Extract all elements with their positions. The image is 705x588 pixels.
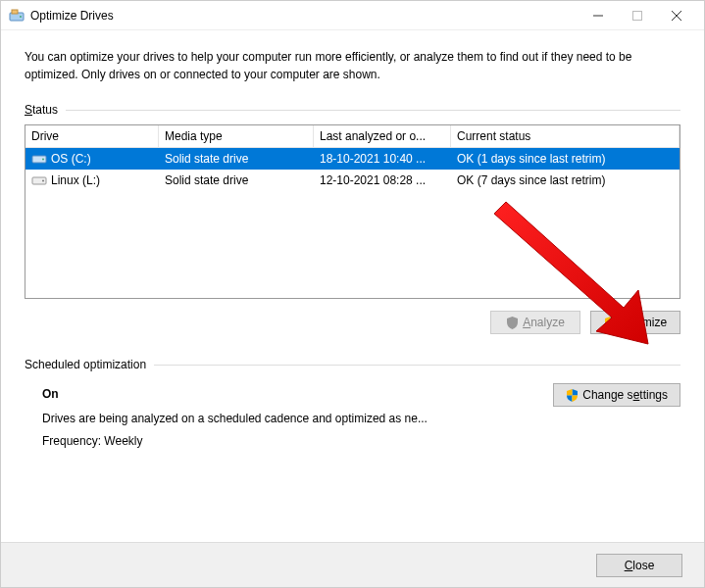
maximize-button[interactable] [618, 2, 657, 29]
minimize-button[interactable] [579, 2, 618, 29]
svg-point-10 [42, 180, 44, 182]
change-settings-label: Change settings [582, 388, 668, 402]
window-title: Optimize Drives [30, 9, 579, 23]
svg-rect-1 [12, 10, 18, 14]
drive-status: OK (7 days since last retrim) [451, 172, 680, 189]
analyze-button: Analyze [490, 311, 580, 334]
schedule-body: On Drives are being analyzed on a schedu… [25, 379, 680, 452]
shield-icon [604, 317, 617, 329]
schedule-info: On Drives are being analyzed on a schedu… [42, 383, 428, 452]
action-buttons: Analyze Optimize [25, 311, 680, 334]
drive-last: 12-10-2021 08:28 ... [314, 172, 451, 189]
status-section-label: Status [25, 103, 680, 117]
drive-name: Linux (L:) [51, 173, 100, 187]
svg-rect-4 [633, 11, 642, 20]
table-row[interactable]: Linux (L:) Solid state drive 12-10-2021 … [25, 170, 680, 191]
description-text: You can optimize your drives to help you… [25, 48, 680, 83]
table-body: OS (C:) Solid state drive 18-10-2021 10:… [25, 148, 680, 191]
drive-last: 18-10-2021 10:40 ... [314, 150, 451, 168]
optimize-drives-window: Optimize Drives You can optimize your dr… [0, 0, 705, 588]
shield-icon [566, 389, 579, 402]
titlebar: Optimize Drives [1, 1, 704, 30]
close-window-button[interactable] [657, 2, 696, 29]
close-button[interactable]: Close [596, 554, 682, 577]
svg-point-8 [42, 159, 44, 161]
drive-icon [31, 174, 47, 186]
bottom-bar: Close [1, 542, 704, 587]
schedule-desc: Drives are being analyzed on a scheduled… [42, 408, 428, 430]
app-icon [9, 8, 25, 24]
table-header[interactable]: Drive Media type Last analyzed or o... C… [25, 125, 680, 148]
drive-status: OK (1 days since last retrim) [451, 150, 680, 168]
col-header-media[interactable]: Media type [159, 125, 314, 147]
change-settings-button[interactable]: Change settings [553, 383, 680, 407]
schedule-frequency: Frequency: Weekly [42, 430, 428, 453]
drive-media: Solid state drive [159, 172, 314, 189]
optimize-label: Optimize [621, 316, 667, 329]
schedule-section-label: Scheduled optimization [25, 358, 680, 371]
window-controls [579, 2, 696, 29]
drives-table[interactable]: Drive Media type Last analyzed or o... C… [25, 124, 680, 299]
analyze-label: Analyze [523, 316, 565, 329]
optimize-button[interactable]: Optimize [590, 311, 680, 334]
svg-point-2 [20, 16, 22, 18]
schedule-on: On [42, 383, 428, 406]
drive-name: OS (C:) [51, 152, 91, 166]
drive-media: Solid state drive [159, 150, 314, 168]
col-header-status[interactable]: Current status [451, 125, 680, 147]
drive-icon [31, 153, 47, 165]
col-header-drive[interactable]: Drive [25, 125, 159, 147]
col-header-last[interactable]: Last analyzed or o... [314, 125, 451, 147]
shield-icon [506, 317, 519, 329]
content-area: You can optimize your drives to help you… [1, 30, 704, 542]
table-row[interactable]: OS (C:) Solid state drive 18-10-2021 10:… [25, 148, 680, 170]
